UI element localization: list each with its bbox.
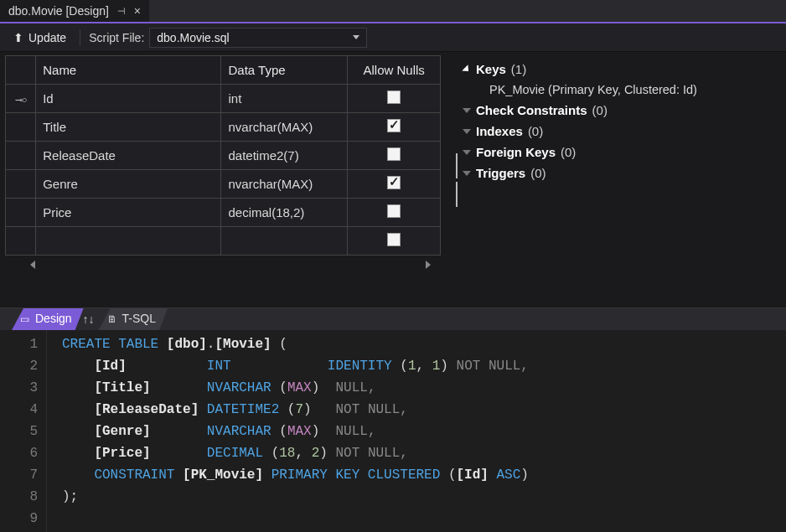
designer-toolbar: ⬆ Update Script File: dbo.Movie.sql [0, 23, 786, 52]
line-number: 2 [0, 355, 38, 377]
expand-icon [463, 171, 471, 176]
sql-editor[interactable]: 1 2 3 4 5 6 7 8 9 CREATE TABLE [dbo].[Mo… [0, 330, 786, 532]
columns-table[interactable]: Name Data Type Allow Nulls ⊸○ Id int Tit… [5, 55, 441, 256]
design-surface: Name Data Type Allow Nulls ⊸○ Id int Tit… [0, 52, 786, 308]
expand-icon [463, 108, 471, 113]
col-name[interactable]: Title [36, 113, 221, 142]
line-number: 7 [0, 464, 38, 486]
check-constraints-node[interactable]: Check Constraints (0) [464, 100, 778, 121]
col-type[interactable]: nvarchar(MAX) [221, 113, 348, 142]
expand-icon [462, 65, 471, 74]
col-type[interactable]: int [221, 85, 348, 113]
triggers-label: Triggers [476, 166, 525, 180]
allow-nulls-checkbox[interactable] [387, 119, 401, 132]
col-name[interactable]: ReleaseDate [36, 142, 221, 170]
splitter-handle [456, 153, 458, 178]
expand-icon [463, 129, 471, 134]
tab-tsql[interactable]: 🗎 T-SQL [99, 308, 168, 330]
code-content[interactable]: CREATE TABLE [dbo].[Movie] ( [Id] INT ID… [47, 330, 786, 532]
allow-nulls-checkbox[interactable] [387, 233, 401, 246]
design-icon: ▭ [20, 313, 29, 325]
col-type[interactable]: decimal(18,2) [221, 199, 348, 227]
table-row[interactable]: ReleaseDate datetime2(7) [6, 142, 441, 170]
table-row[interactable] [6, 227, 441, 256]
check-count: (0) [592, 103, 608, 117]
horizontal-scroll[interactable] [30, 261, 431, 269]
triggers-node[interactable]: Triggers (0) [464, 163, 778, 183]
indexes-count: (0) [528, 124, 543, 138]
allow-nulls-checkbox[interactable] [387, 176, 401, 189]
keys-node[interactable]: Keys (1) [464, 59, 778, 80]
type-header: Data Type [221, 56, 348, 85]
keys-label: Keys [476, 62, 506, 76]
table-row[interactable]: Title nvarchar(MAX) [6, 113, 441, 142]
key-item[interactable]: PK_Movie (Primary Key, Clustered: Id) [464, 80, 778, 100]
document-tab[interactable]: dbo.Movie [Design] ⊣ × [0, 0, 149, 22]
indexes-node[interactable]: Indexes (0) [464, 121, 778, 142]
table-row[interactable]: Price decimal(18,2) [6, 199, 441, 227]
close-icon[interactable]: × [134, 4, 141, 18]
table-row[interactable]: ⊸○ Id int [6, 85, 441, 113]
line-number: 3 [0, 377, 38, 399]
col-type[interactable]: nvarchar(MAX) [221, 170, 348, 199]
tab-design-label: Design [35, 312, 72, 325]
update-label: Update [28, 31, 66, 44]
name-header: Name [36, 56, 221, 85]
line-number: 5 [0, 421, 38, 442]
col-name[interactable]: Id [36, 85, 221, 113]
triggers-count: (0) [530, 166, 546, 180]
col-name[interactable]: Price [36, 199, 221, 227]
col-name[interactable]: Genre [36, 170, 221, 199]
script-file-dropdown[interactable]: dbo.Movie.sql [149, 28, 367, 48]
update-button[interactable]: ⬆ Update [8, 29, 71, 46]
script-file-value: dbo.Movie.sql [157, 31, 229, 44]
sql-icon: 🗎 [107, 313, 117, 325]
key-item-label: PK_Movie (Primary Key, Clustered: Id) [489, 83, 697, 96]
splitter-handle [456, 182, 458, 207]
line-number: 1 [0, 333, 38, 355]
tab-design[interactable]: ▭ Design [12, 308, 84, 330]
col-name[interactable] [36, 227, 221, 256]
document-tab-bar: dbo.Movie [Design] ⊣ × [0, 0, 786, 23]
upload-icon: ⬆ [13, 31, 23, 44]
chevron-down-icon [353, 35, 359, 39]
pane-splitter[interactable] [452, 52, 461, 307]
primary-key-icon: ⊸○ [15, 95, 27, 106]
allow-nulls-checkbox[interactable] [387, 90, 401, 104]
columns-grid: Name Data Type Allow Nulls ⊸○ Id int Tit… [0, 52, 452, 307]
fks-count: (0) [561, 145, 576, 159]
expand-icon [463, 150, 471, 155]
check-label: Check Constraints [476, 103, 587, 117]
pin-icon[interactable]: ⊣ [117, 6, 126, 17]
line-gutter: 1 2 3 4 5 6 7 8 9 [0, 330, 47, 532]
script-file-label: Script File: [89, 31, 144, 44]
allow-nulls-checkbox[interactable] [387, 204, 401, 218]
toolbar-divider [80, 29, 80, 46]
line-number: 6 [0, 442, 38, 464]
document-tab-title: dbo.Movie [Design] [8, 4, 109, 18]
line-number: 4 [0, 399, 38, 421]
foreign-keys-node[interactable]: Foreign Keys (0) [464, 142, 778, 163]
nulls-header: Allow Nulls [348, 56, 441, 85]
table-header-row: Name Data Type Allow Nulls [6, 56, 441, 85]
line-number: 9 [0, 508, 38, 529]
table-row[interactable]: Genre nvarchar(MAX) [6, 170, 441, 199]
scroll-right-icon [426, 261, 431, 269]
col-type[interactable]: datetime2(7) [221, 142, 348, 170]
col-type[interactable] [221, 227, 348, 256]
pk-header [6, 56, 36, 85]
designer-tabs: ▭ Design ↑↓ 🗎 T-SQL [0, 308, 786, 330]
line-number: 8 [0, 486, 38, 508]
scroll-left-icon [30, 261, 35, 269]
allow-nulls-checkbox[interactable] [387, 147, 401, 161]
properties-panel: Keys (1) PK_Movie (Primary Key, Clustere… [461, 52, 786, 307]
tab-tsql-label: T-SQL [122, 312, 156, 325]
keys-count: (1) [511, 62, 526, 76]
fks-label: Foreign Keys [476, 145, 556, 159]
indexes-label: Indexes [476, 124, 523, 138]
